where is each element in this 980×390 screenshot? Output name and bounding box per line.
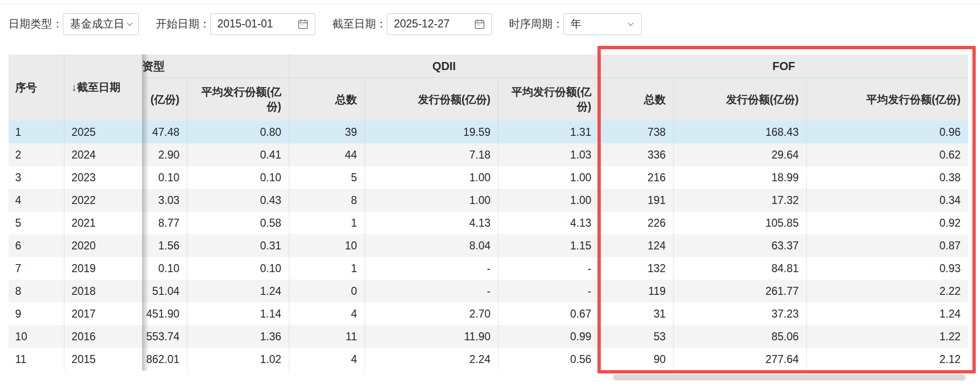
cell-value: 63.37	[673, 234, 806, 257]
cell-value: 0.58	[187, 212, 289, 234]
cell-value: 39	[289, 121, 365, 143]
cell-value: 1.03	[498, 143, 599, 166]
cell-value: 3.03	[142, 189, 187, 212]
cell-value: 226	[599, 212, 673, 234]
cell-date: 2018	[64, 280, 142, 302]
column-header[interactable]: 平均发行份额(亿份)	[498, 78, 599, 121]
cell-value: 4	[289, 302, 365, 325]
cell-value: 738	[599, 121, 673, 143]
cell-value: 31	[599, 302, 673, 325]
cell-seq: 9	[9, 302, 64, 325]
cell-value: 0.93	[806, 257, 968, 280]
cell-value: 1.00	[365, 189, 498, 212]
scrollbar-thumb[interactable]	[613, 374, 966, 381]
cell-value: 0.34	[806, 189, 968, 212]
cell-date: 2022	[64, 189, 142, 212]
cell-seq: 2	[9, 143, 64, 166]
cell-value: 0.80	[187, 121, 289, 143]
cell-value: 0.10	[187, 166, 289, 189]
cell-value: 47.48	[142, 121, 187, 143]
cell-value: 2.22	[806, 280, 968, 302]
cell-value: -	[498, 280, 599, 302]
chevron-down-icon	[625, 19, 636, 29]
cell-value: 19.59	[365, 121, 498, 143]
cell-value: 8.77	[142, 212, 187, 234]
cell-value: 191	[599, 189, 673, 212]
cell-value: 10	[289, 234, 365, 257]
cell-seq: 8	[9, 280, 64, 302]
cell-value: 261.77	[673, 280, 806, 302]
chevron-down-icon	[125, 19, 135, 29]
cell-seq: 11	[9, 348, 64, 371]
cell-value: 0.38	[806, 166, 968, 189]
cell-seq: 6	[9, 234, 64, 257]
column-header-date-sortable[interactable]: ↓截至日期	[64, 54, 142, 121]
cell-value: 8	[289, 189, 365, 212]
cell-value: 0	[289, 280, 365, 302]
column-header[interactable]: 总数	[599, 78, 673, 121]
cell-value: 8.04	[365, 234, 498, 257]
cell-value: 0.96	[806, 121, 968, 143]
cell-date: 2021	[64, 212, 142, 234]
cell-value: 119	[599, 280, 673, 302]
cell-value: 124	[599, 234, 673, 257]
cell-value: 29.64	[673, 143, 806, 166]
column-header[interactable]: (亿份)	[142, 78, 187, 121]
cell-seq: 10	[9, 325, 64, 348]
cell-value: 1.56	[142, 234, 187, 257]
date-type-select[interactable]: 基金成立日	[63, 13, 139, 35]
cell-value: 37.23	[673, 302, 806, 325]
data-table: 序号↓截至日期资型QDIIFOF(亿份)平均发行份额(亿份)总数发行份额(亿份)…	[9, 54, 968, 371]
cell-seq: 3	[9, 166, 64, 189]
group-header-QDII: QDII	[289, 54, 599, 78]
column-header[interactable]: 平均发行份额(亿份)	[806, 78, 968, 121]
cell-value: 553.74	[142, 325, 187, 348]
end-date-label: 截至日期：	[332, 17, 387, 31]
cell-value: 1.36	[187, 325, 289, 348]
cell-value: 0.62	[806, 143, 968, 166]
cell-date: 2025	[64, 121, 142, 143]
cell-value: 90	[599, 348, 673, 371]
cell-value: 5	[289, 166, 365, 189]
cell-value: 1.14	[187, 302, 289, 325]
cell-value: 1.22	[806, 325, 968, 348]
cell-value: 1.00	[365, 166, 498, 189]
cell-value: 0.99	[498, 325, 599, 348]
column-header[interactable]: 发行份额(亿份)	[673, 78, 806, 121]
period-value: 年	[570, 17, 581, 31]
cell-value: 84.81	[673, 257, 806, 280]
cell-value: 0.10	[142, 166, 187, 189]
cell-date: 2017	[64, 302, 142, 325]
cell-date: 2023	[64, 166, 142, 189]
cell-value: 1.00	[498, 166, 599, 189]
cell-value: 11.90	[365, 325, 498, 348]
cell-value: 7.18	[365, 143, 498, 166]
cell-value: 1.00	[498, 189, 599, 212]
cell-value: 4.13	[498, 212, 599, 234]
cell-value: 11	[289, 325, 365, 348]
column-header[interactable]: 平均发行份额(亿份)	[187, 78, 289, 121]
fund-issuance-screen: 日期类型： 基金成立日 开始日期： 2015-01-01 截至日期： 20	[0, 0, 980, 390]
horizontal-scrollbar[interactable]	[0, 373, 980, 381]
column-header[interactable]: 总数	[289, 78, 365, 121]
cell-value: 1.15	[498, 234, 599, 257]
cell-value: 0.10	[187, 257, 289, 280]
end-date-input[interactable]: 2025-12-27	[387, 13, 492, 35]
cell-date: 2024	[64, 143, 142, 166]
cell-value: 451.90	[142, 302, 187, 325]
cell-date: 2020	[64, 234, 142, 257]
cell-value: 0.87	[806, 234, 968, 257]
cell-value: 85.06	[673, 325, 806, 348]
cell-seq: 1	[9, 121, 64, 143]
cell-value: 51.04	[142, 280, 187, 302]
filter-bar: 日期类型： 基金成立日 开始日期： 2015-01-01 截至日期： 20	[0, 4, 980, 44]
calendar-icon[interactable]	[297, 18, 309, 30]
cell-value: 2.90	[142, 143, 187, 166]
column-header[interactable]: 发行份额(亿份)	[365, 78, 498, 121]
date-type-value: 基金成立日	[70, 17, 125, 31]
period-select[interactable]: 年	[563, 13, 642, 35]
start-date-input[interactable]: 2015-01-01	[210, 13, 315, 35]
calendar-icon[interactable]	[473, 18, 486, 30]
sort-desc-icon: ↓	[71, 81, 77, 93]
cell-date: 2019	[64, 257, 142, 280]
